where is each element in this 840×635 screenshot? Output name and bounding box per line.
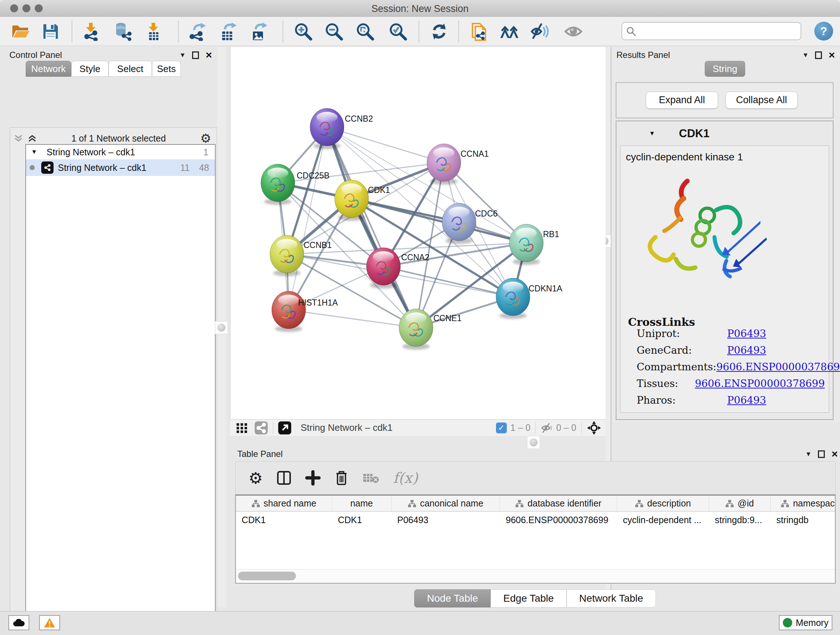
results-tab-string[interactable]: String	[705, 61, 745, 77]
search-input[interactable]	[636, 26, 801, 36]
clone-network-button[interactable]	[466, 19, 493, 43]
network-edge[interactable]	[352, 199, 526, 243]
table-cell[interactable]: stringdb:9...	[709, 511, 771, 528]
column-header-canonical-name[interactable]: canonical name	[392, 496, 500, 511]
network-edge[interactable]	[289, 310, 416, 328]
left-splitter-handle[interactable]	[215, 321, 228, 334]
column-header-description[interactable]: description	[617, 496, 709, 511]
network-node-CDKN1A[interactable]: CDKN1A	[496, 278, 562, 319]
network-node-CCNA2[interactable]: CCNA2	[366, 248, 429, 288]
delete-column-trash-icon[interactable]	[334, 470, 349, 486]
selected-items-checkbox[interactable]: ✓	[496, 423, 507, 433]
results-panel-collapse-icon[interactable]: ▼	[802, 51, 809, 59]
zoom-in-button[interactable]	[290, 19, 317, 43]
network-collection-row[interactable]: ▼ String Network – cdk1 1	[26, 145, 215, 159]
crosslink-link[interactable]: P06493	[727, 394, 766, 411]
open-in-browser-icon[interactable]	[278, 421, 291, 434]
crosslink-link[interactable]: P06493	[727, 344, 766, 361]
gene-collapse-caret-icon[interactable]: ▼	[649, 130, 655, 137]
control-tab-select[interactable]: Select	[109, 61, 152, 77]
horizontal-splitter-handle[interactable]	[527, 436, 540, 449]
crosslink-link[interactable]: P06493	[727, 328, 766, 344]
scrollbar-thumb[interactable]	[238, 572, 296, 580]
network-edge[interactable]	[327, 127, 416, 328]
zoom-out-button[interactable]	[321, 19, 347, 43]
network-options-gear-icon[interactable]: ⚙	[201, 131, 211, 146]
control-tab-sets[interactable]: Sets	[152, 61, 181, 77]
table-panel-close-icon[interactable]: ×	[831, 450, 838, 458]
fit-crosshair-icon[interactable]	[587, 421, 601, 435]
network-graph[interactable]: CCNB2CCNA1CDC25BCDK1CDC6RB1CCNB1CCNA2CDK…	[231, 47, 606, 419]
column-header-database-identifier[interactable]: database identifier	[500, 496, 617, 511]
network-node-HIST1H1A[interactable]: HIST1H1A	[272, 291, 338, 332]
network-edge[interactable]	[327, 127, 444, 163]
results-panel-close-icon[interactable]: ×	[829, 51, 835, 59]
apply-layout-button[interactable]	[426, 19, 453, 43]
gene-header-row[interactable]: ▼ CDK1	[616, 122, 834, 145]
zoom-selected-button[interactable]	[385, 19, 411, 43]
table-cell[interactable]: stringdb	[771, 511, 836, 528]
import-network-file-button[interactable]	[78, 19, 104, 43]
column-header--id[interactable]: @id	[709, 496, 771, 511]
network-node-CCNE1[interactable]: CCNE1	[399, 309, 462, 350]
table-cell[interactable]: P06493	[392, 511, 500, 528]
expand-all-icon[interactable]	[27, 134, 37, 143]
warning-status-button[interactable]	[39, 615, 60, 630]
control-panel-float-icon[interactable]	[192, 51, 199, 59]
network-node-CDC25B[interactable]: CDC25B	[261, 164, 330, 205]
collapse-all-button[interactable]: Collapse All	[725, 92, 798, 109]
share-network-icon[interactable]	[255, 421, 268, 434]
network-edge[interactable]	[384, 266, 513, 297]
crosslink-link[interactable]: 9606.ENSP00000378699	[695, 378, 825, 394]
help-button[interactable]: ?	[814, 22, 833, 41]
table-row[interactable]: CDK1CDK1P064939606.ENSP00000378699cyclin…	[236, 511, 835, 528]
import-table-button[interactable]	[140, 19, 167, 43]
network-node-RB1[interactable]: RB1	[509, 224, 559, 265]
save-session-button[interactable]	[37, 19, 64, 43]
show-all-button[interactable]	[560, 19, 587, 43]
export-image-button[interactable]	[245, 19, 272, 43]
network-view-canvas[interactable]: CCNB2CCNA1CDC25BCDK1CDC6RB1CCNB1CCNA2CDK…	[230, 47, 606, 419]
table-horizontal-scrollbar[interactable]	[236, 569, 835, 582]
table-settings-gear-icon[interactable]: ⚙	[248, 469, 263, 487]
control-tab-style[interactable]: Style	[71, 61, 109, 77]
column-header-namespace[interactable]: namespace	[771, 496, 836, 511]
network-node-CCNA1[interactable]: CCNA1	[427, 144, 489, 185]
table-panel-float-icon[interactable]	[818, 450, 825, 458]
zoom-fit-button[interactable]	[352, 19, 378, 43]
export-table-button[interactable]	[215, 19, 241, 43]
crosslink-link[interactable]: 9606.ENSP00000378699	[716, 361, 840, 378]
control-panel-collapse-icon[interactable]: ▼	[180, 51, 186, 59]
table-cell[interactable]: CDK1	[236, 511, 332, 528]
import-network-database-button[interactable]	[109, 19, 136, 43]
show-columns-icon[interactable]	[276, 470, 292, 486]
cloud-status-button[interactable]	[8, 615, 29, 630]
network-edge[interactable]	[289, 127, 327, 310]
table-cell[interactable]: CDK1	[332, 511, 392, 528]
control-tab-network[interactable]: Network	[26, 61, 71, 77]
collapse-all-icon[interactable]	[14, 134, 23, 143]
network-node-CCNB2[interactable]: CCNB2	[310, 108, 373, 149]
memory-button[interactable]: Memory	[779, 615, 832, 630]
hidden-items-eye-slash-icon[interactable]	[541, 423, 553, 433]
horizontal-splitter[interactable]	[230, 436, 840, 449]
column-header-shared-name[interactable]: shared name	[236, 496, 332, 511]
tab-node-table[interactable]: Node Table	[414, 589, 491, 608]
table-panel-collapse-icon[interactable]: ▼	[805, 450, 812, 458]
hide-selected-button[interactable]	[527, 19, 554, 43]
tab-network-table[interactable]: Network Table	[567, 589, 656, 608]
tab-edge-table[interactable]: Edge Table	[491, 589, 567, 608]
open-session-button[interactable]	[7, 19, 34, 43]
results-panel-float-icon[interactable]	[815, 51, 822, 59]
expand-all-button[interactable]: Expand All	[646, 92, 718, 109]
network-node-CDC6[interactable]: CDC6	[442, 203, 498, 244]
control-panel-close-icon[interactable]: ×	[205, 51, 212, 59]
birds-eye-view-icon[interactable]	[236, 422, 248, 434]
create-column-plus-icon[interactable]	[305, 470, 321, 486]
search-field[interactable]	[622, 22, 801, 40]
first-neighbors-button[interactable]	[496, 19, 523, 43]
left-splitter[interactable]	[217, 47, 226, 608]
column-header-name[interactable]: name	[332, 496, 392, 511]
collection-caret-icon[interactable]: ▼	[31, 149, 37, 156]
table-cell[interactable]: cyclin-dependent ...	[617, 511, 709, 528]
